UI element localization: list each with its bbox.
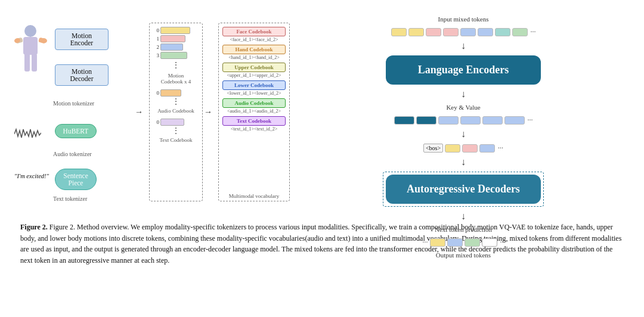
text-cb-entry-0: 0 (152, 119, 200, 126)
codebook-section: 0 1 2 3 ⋮ Motion Codebook x 4 0 (149, 23, 203, 201)
vocab-text-sub: <text_id_1><text_id_2> (222, 126, 286, 132)
tok-green-1 (512, 28, 528, 36)
out-tok-4 (482, 238, 497, 247)
svg-rect-5 (32, 54, 37, 72)
audio-codebook-label: Audio Codebook (157, 108, 194, 114)
cb-entry-3: 3 (152, 52, 200, 59)
bos-tok-3 (479, 144, 495, 153)
kv-tok-6 (504, 116, 525, 125)
kv-token-row: ··· (394, 116, 533, 125)
tok-blue-2 (478, 28, 493, 36)
bos-tag: <bos> (423, 144, 443, 153)
text-cb-bar (160, 119, 184, 126)
motion-codebook-label: Motion Codebook x 4 (161, 73, 191, 85)
vocab-audio: Audio Codebook <audio_id_1><audio_id_2> (222, 98, 286, 114)
audio-cb-section: 0 ⋮ Audio Codebook (152, 89, 200, 114)
tok-dots-bos: ··· (498, 144, 503, 153)
vocab-text: Text Codebook <text_id_1><text_id_2> (222, 116, 286, 132)
main-container: Motion Encoder Motion Decoder Motion tok… (0, 0, 644, 272)
vocab-upper: Upper Codebook <upper_id_1><upper_id_2> (222, 63, 286, 78)
vocab-face-label: Face Codebook (222, 27, 286, 36)
bos-tok-1 (445, 144, 460, 153)
vocab-lower-sub: <lower_id_1><lower_id_2> (222, 91, 286, 96)
kv-tok-4 (460, 116, 481, 125)
tok-dots-kv: ··· (528, 116, 533, 125)
vocab-face-sub: <face_id_1><face_id_2> (222, 37, 286, 42)
auto-dec-wrapper: Autoregressive Decoders (383, 172, 544, 207)
kv-label: Key & Value (446, 104, 480, 111)
out-tok-2 (447, 238, 463, 247)
sentence-piece-label: Sentence Piece (55, 169, 97, 190)
bos-tok-2 (462, 144, 478, 153)
autoregressive-decoders-label: Autoregressive Decoders (407, 183, 520, 195)
quoted-text: "I'm excited!" (14, 173, 49, 179)
svg-rect-4 (24, 54, 30, 72)
tok-dots-out-left: ··· (423, 238, 428, 247)
autoregressive-decoders-box: Autoregressive Decoders (386, 175, 541, 204)
audio-tokenizer-label: Audio tokenizer (53, 151, 92, 157)
arrow-to-vocab: → (204, 107, 212, 117)
tok-dots-out-right: ··· (500, 238, 506, 247)
vocab-lower: Lower Codebook <lower_id_1><lower_id_2> (222, 80, 286, 96)
arrow-down-3: ↓ (461, 129, 466, 139)
left-section: Motion Encoder Motion Decoder Motion tok… (14, 17, 134, 207)
arrow-down-5: ↓ (461, 212, 466, 221)
arrow-down-2: ↓ (461, 89, 466, 99)
right-section: Input mixed tokens ··· ↓ La (297, 11, 630, 213)
cb-dots-motion: ⋮ (172, 60, 180, 70)
cb-bar-3 (160, 52, 187, 59)
vocab-hand-label: Hand Codebook (222, 45, 286, 54)
out-tok-3 (465, 238, 480, 247)
tok-teal-1 (495, 28, 510, 36)
figure-number: Figure 2. (20, 223, 48, 231)
vocab-audio-label: Audio Codebook (222, 98, 286, 108)
vocab-lower-label: Lower Codebook (222, 80, 286, 90)
vocab-hand: Hand Codebook <hand_id_1><hand_id_2> (222, 45, 286, 60)
right-column: Input mixed tokens ··· ↓ La (297, 11, 630, 259)
language-encoders-box: Language Encoders (386, 55, 541, 85)
sentence-piece-box: Sentence Piece (55, 169, 97, 190)
multimodal-vocab-label: Multimodal vocabulary (219, 193, 289, 199)
motion-decoder-box: Motion Decoder (55, 64, 109, 86)
arrow-down-4: ↓ (461, 157, 466, 167)
text-cb-section: 0 ⋮ Text Codebook (152, 119, 200, 143)
audio-cb-entry-0: 0 (152, 89, 200, 97)
out-tok-1 (430, 238, 445, 247)
motion-encoder-label: Motion Encoder (55, 29, 109, 50)
kv-tok-3 (438, 116, 459, 125)
output-token-row: ··· ··· (422, 238, 506, 247)
tok-pink-1 (426, 28, 441, 36)
cb-bar-0 (160, 27, 190, 34)
svg-point-0 (24, 25, 36, 37)
kv-tok-5 (482, 116, 503, 125)
input-token-row: ··· (391, 27, 536, 36)
vocab-text-label: Text Codebook (222, 116, 286, 126)
cb-bar-1 (160, 35, 185, 42)
cb-bar-2 (160, 43, 183, 51)
human-figure (14, 23, 47, 94)
bos-token-row: <bos> ··· (423, 144, 503, 153)
text-tokenizer-label: Text tokenizer (53, 195, 87, 202)
text-codebook-label: Text Codebook (159, 137, 192, 143)
tok-yellow-2 (408, 28, 424, 36)
vocab-upper-label: Upper Codebook (222, 63, 286, 72)
kv-tok-1 (394, 116, 414, 125)
output-tokens-label: Output mixed tokens (436, 251, 491, 259)
waveform-icon (14, 127, 41, 144)
language-encoders-label: Language Encoders (418, 64, 509, 76)
hubert-label: HuBERT (55, 124, 97, 138)
cb-dots-text: ⋮ (172, 126, 180, 136)
cb-entry-2: 2 (152, 43, 200, 51)
vocab-hand-sub: <hand_id_1><hand_id_2> (222, 55, 286, 60)
cb-dots-audio: ⋮ (172, 97, 180, 107)
vocab-face: Face Codebook <face_id_1><face_id_2> (222, 27, 286, 42)
cb-entry-1: 1 (152, 35, 200, 42)
tok-yellow-1 (391, 28, 407, 36)
vocab-upper-sub: <upper_id_1><upper_id_2> (222, 73, 286, 78)
next-token-label: Next token prediction (435, 226, 492, 233)
svg-rect-1 (23, 37, 38, 55)
tok-pink-2 (443, 28, 459, 36)
tok-dots-input: ··· (531, 27, 536, 36)
kv-tok-2 (416, 116, 436, 125)
tok-blue-1 (460, 28, 476, 36)
